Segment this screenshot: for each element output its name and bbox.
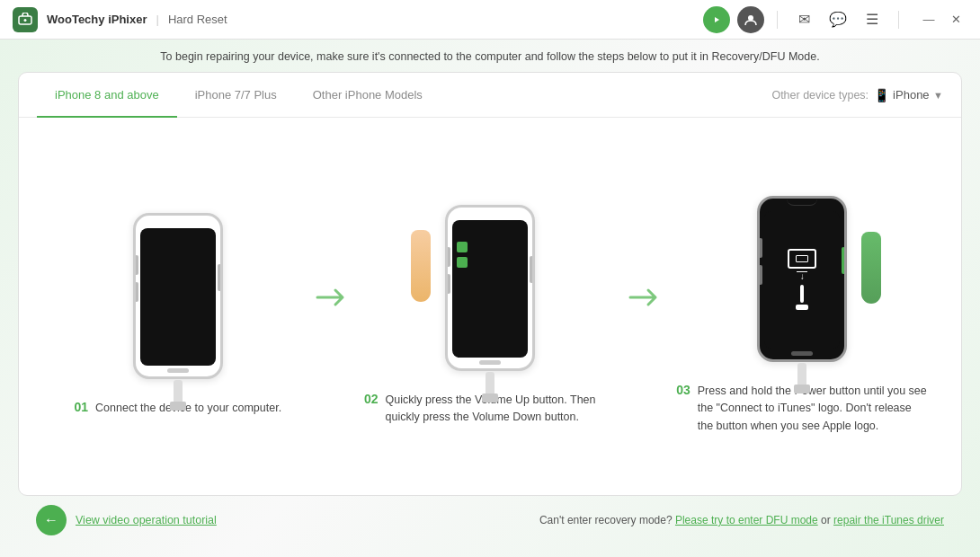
title-sep: | bbox=[156, 13, 159, 26]
tab-iphone8[interactable]: iPhone 8 and above bbox=[37, 73, 177, 118]
video-tutorial-link[interactable]: View video operation tutorial bbox=[76, 514, 217, 526]
repair-itunes-link[interactable]: repair the iTunes driver bbox=[833, 514, 944, 526]
divider bbox=[777, 11, 778, 29]
arrow-2 bbox=[624, 287, 669, 308]
close-button[interactable]: ✕ bbox=[944, 8, 967, 31]
menu-icon-btn[interactable]: ☰ bbox=[859, 6, 886, 33]
step-2-block: 02 Quickly press the Volume Up button. T… bbox=[360, 196, 620, 427]
titlebar-right: ✉ 💬 ☰ — ✕ bbox=[703, 6, 967, 33]
chevron-down-icon: ▼ bbox=[933, 90, 943, 101]
footer-left: ← View video operation tutorial bbox=[36, 505, 217, 535]
message-icon-btn[interactable]: ✉ bbox=[790, 6, 817, 33]
step-1-phone bbox=[115, 204, 241, 393]
step-3-phone: ↓ bbox=[739, 187, 865, 376]
main-area: To begin repairing your device, make sur… bbox=[0, 40, 980, 557]
device-type-select[interactable]: iPhone iPad iPod bbox=[893, 88, 930, 102]
step-1-block: 01 Connect the device to your computer. bbox=[48, 204, 308, 417]
music-icon-btn[interactable] bbox=[703, 6, 730, 33]
footer-right: Can't enter recovery mode? Please try to… bbox=[539, 514, 944, 526]
or-separator: or bbox=[821, 514, 831, 526]
device-type-select-wrapper[interactable]: 📱 iPhone iPad iPod ▼ bbox=[874, 88, 943, 102]
svg-point-1 bbox=[24, 19, 27, 22]
tab-iphone7[interactable]: iPhone 7/7 Plus bbox=[177, 73, 295, 118]
step-3-block: ↓ 03 bbox=[672, 187, 932, 435]
footer: ← View video operation tutorial Can't en… bbox=[18, 496, 962, 544]
arrow-1 bbox=[311, 287, 356, 308]
step-2-phone bbox=[427, 196, 553, 385]
tabs-row: iPhone 8 and above iPhone 7/7 Plus Other… bbox=[19, 73, 961, 118]
dfu-mode-link[interactable]: Please try to enter DFU mode bbox=[675, 514, 818, 526]
content-card: iPhone 8 and above iPhone 7/7 Plus Other… bbox=[18, 72, 962, 496]
video-tutorial-btn[interactable]: ← bbox=[36, 505, 67, 535]
app-logo bbox=[13, 7, 38, 32]
app-name: WooTechy iPhixer bbox=[47, 13, 147, 26]
chat-icon-btn[interactable]: 💬 bbox=[824, 6, 851, 33]
divider2 bbox=[898, 11, 899, 29]
steps-area: 01 Connect the device to your computer. bbox=[19, 118, 961, 495]
page-title: Hard Reset bbox=[168, 13, 227, 26]
titlebar: WooTechy iPhixer | Hard Reset ✉ 💬 ☰ — ✕ bbox=[0, 0, 980, 40]
svg-point-3 bbox=[748, 15, 753, 21]
minimize-button[interactable]: — bbox=[917, 8, 940, 31]
info-bar: To begin repairing your device, make sur… bbox=[18, 50, 962, 63]
play-icon: ← bbox=[44, 512, 58, 528]
tab-other-iphone[interactable]: Other iPhone Models bbox=[295, 73, 441, 118]
other-device-types: Other device types: 📱 iPhone iPad iPod ▼ bbox=[771, 88, 943, 102]
user-icon-btn[interactable] bbox=[737, 6, 764, 33]
window-controls: — ✕ bbox=[917, 8, 967, 31]
